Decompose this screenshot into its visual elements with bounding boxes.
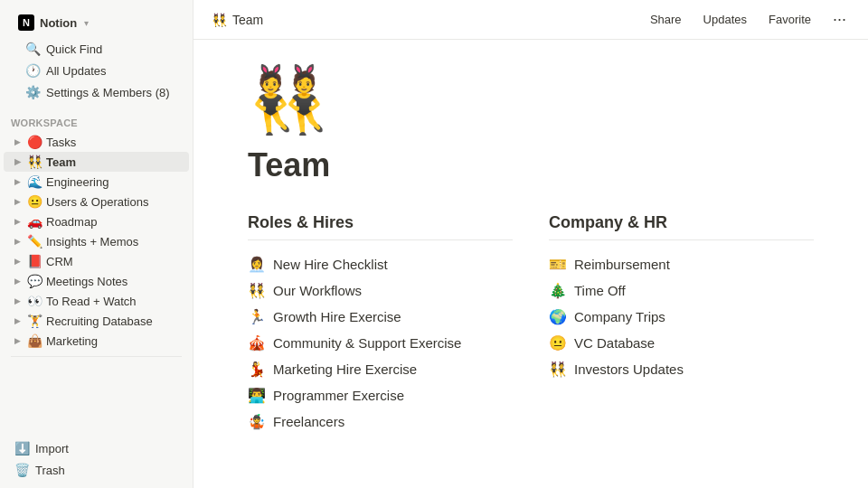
expand-arrow-icon: ▶ (11, 157, 24, 166)
page-title: Team (248, 146, 814, 184)
list-item-emoji: 🎄 (549, 282, 567, 299)
topbar-emoji: 👯 (212, 13, 227, 27)
sidebar-item-engineering[interactable]: ▶ 🌊 Engineering (4, 172, 189, 192)
sidebar-item-crm[interactable]: ▶ 📕 CRM (4, 251, 189, 271)
expand-arrow-icon: ▶ (11, 257, 24, 266)
sidebar-item-settings[interactable]: ⚙️ Settings & Members (8) (14, 81, 178, 103)
workspace-section-label: WORKSPACE (0, 108, 193, 132)
topbar-page-name: Team (232, 13, 263, 27)
sidebar-item-import[interactable]: ⬇️ Import (4, 437, 189, 459)
list-item-emoji: 🏃 (248, 308, 266, 325)
main-panel: 👯 Team Share Updates Favorite ··· 👯 Team… (193, 0, 868, 488)
list-item-label: Investors Updates (574, 361, 684, 377)
content-grid: Roles & Hires 👩‍💼 New Hire Checklist 👯 O… (248, 213, 814, 435)
list-item[interactable]: 😐 VC Database (549, 330, 814, 356)
list-item[interactable]: 🌍 Company Trips (549, 304, 814, 330)
expand-arrow-icon: ▶ (11, 336, 24, 345)
list-item-emoji: 🎪 (248, 334, 266, 352)
expand-arrow-icon: ▶ (11, 137, 24, 146)
section-heading-company: Company & HR (549, 213, 814, 240)
list-item-emoji: 👨‍💻 (248, 387, 266, 404)
expand-arrow-icon: ▶ (11, 237, 24, 246)
list-item-label: Freelancers (273, 414, 344, 429)
notion-logo: N (18, 14, 34, 31)
list-item[interactable]: 🤹 Freelancers (248, 408, 513, 435)
workspace-name: Notion (40, 16, 77, 30)
sidebar-item-toread[interactable]: ▶ 👀 To Read + Watch (4, 291, 189, 311)
list-item-label: New Hire Checklist (273, 257, 388, 272)
list-item-emoji: 👯 (549, 361, 567, 378)
list-item-label: Reimbursement (574, 257, 670, 272)
list-item-emoji: 👯 (248, 282, 266, 299)
list-item[interactable]: 🏃 Growth Hire Exercise (248, 304, 513, 330)
topbar-actions: Share Updates Favorite ··· (646, 8, 850, 31)
list-item-label: VC Database (574, 335, 655, 351)
workspace-header[interactable]: N Notion ▾ (11, 9, 182, 36)
list-item[interactable]: 👯 Investors Updates (549, 356, 814, 382)
sidebar-item-users-operations[interactable]: ▶ 😐 Users & Operations (4, 192, 189, 211)
search-icon: 🔍 (25, 42, 41, 56)
import-icon: ⬇️ (14, 441, 30, 455)
expand-arrow-icon: ▶ (11, 296, 24, 305)
sidebar-item-insights[interactable]: ▶ ✏️ Insights + Memos (4, 231, 189, 251)
topbar: 👯 Team Share Updates Favorite ··· (193, 0, 868, 40)
sidebar-item-allupdates[interactable]: 🕐 All Updates (14, 60, 178, 81)
list-item-emoji: 💃 (248, 361, 266, 378)
updates-button[interactable]: Updates (700, 11, 750, 28)
sidebar-divider (11, 356, 182, 357)
company-list: 🎫 Reimbursement 🎄 Time Off 🌍 Company Tri… (549, 251, 814, 382)
sidebar-item-recruiting[interactable]: ▶ 🏋️ Recruiting Database (4, 311, 189, 331)
list-item-label: Our Workflows (273, 283, 362, 298)
page-content: 👯 Team Roles & Hires 👩‍💼 New Hire Checkl… (193, 40, 868, 488)
list-item-label: Community & Support Exercise (273, 335, 461, 351)
workspace-chevron-icon: ▾ (84, 18, 89, 28)
roles-list: 👩‍💼 New Hire Checklist 👯 Our Workflows 🏃… (248, 251, 513, 435)
list-item[interactable]: 👯 Our Workflows (248, 277, 513, 304)
list-item[interactable]: 🎪 Community & Support Exercise (248, 330, 513, 356)
sidebar-item-meetings[interactable]: ▶ 💬 Meetings Notes (4, 271, 189, 291)
list-item-label: Marketing Hire Exercise (273, 361, 417, 377)
list-item[interactable]: 👨‍💻 Programmer Exercise (248, 382, 513, 408)
clock-icon: 🕐 (25, 63, 41, 78)
sidebar-item-tasks[interactable]: ▶ 🔴 Tasks (4, 132, 189, 152)
more-button[interactable]: ··· (829, 8, 850, 31)
favorite-button[interactable]: Favorite (765, 11, 815, 28)
sidebar-item-quickfind[interactable]: 🔍 Quick Find (14, 38, 178, 60)
list-item-emoji: 👩‍💼 (248, 256, 266, 273)
expand-arrow-icon: ▶ (11, 177, 24, 186)
list-item[interactable]: 🎄 Time Off (549, 277, 814, 304)
sidebar-item-team[interactable]: ▶ 👯 Team (4, 152, 189, 172)
expand-arrow-icon: ▶ (11, 197, 24, 206)
gear-icon: ⚙️ (25, 85, 41, 99)
trash-icon: 🗑️ (14, 463, 30, 477)
list-item-label: Time Off (574, 283, 626, 298)
share-button[interactable]: Share (646, 11, 685, 28)
section-company-hr: Company & HR 🎫 Reimbursement 🎄 Time Off … (549, 213, 814, 435)
list-item-emoji: 🎫 (549, 256, 567, 273)
section-heading-roles: Roles & Hires (248, 213, 513, 240)
list-item[interactable]: 👩‍💼 New Hire Checklist (248, 251, 513, 277)
sidebar: N Notion ▾ 🔍 Quick Find 🕐 All Updates ⚙️… (0, 0, 193, 488)
expand-arrow-icon: ▶ (11, 316, 24, 325)
list-item[interactable]: 🎫 Reimbursement (549, 251, 814, 277)
list-item-label: Company Trips (574, 309, 665, 324)
list-item[interactable]: 💃 Marketing Hire Exercise (248, 356, 513, 382)
list-item-label: Growth Hire Exercise (273, 309, 401, 324)
list-item-label: Programmer Exercise (273, 388, 404, 403)
list-item-emoji: 😐 (549, 334, 567, 352)
section-roles-hires: Roles & Hires 👩‍💼 New Hire Checklist 👯 O… (248, 213, 513, 435)
list-item-emoji: 🌍 (549, 308, 567, 325)
sidebar-item-marketing[interactable]: ▶ 👜 Marketing (4, 331, 189, 351)
list-item-emoji: 🤹 (248, 413, 266, 430)
page-emoji: 👯 (248, 67, 814, 132)
sidebar-item-trash[interactable]: 🗑️ Trash (4, 459, 189, 481)
expand-arrow-icon: ▶ (11, 217, 24, 226)
expand-arrow-icon: ▶ (11, 277, 24, 286)
sidebar-item-roadmap[interactable]: ▶ 🚗 Roadmap (4, 211, 189, 231)
topbar-title: 👯 Team (212, 13, 263, 27)
